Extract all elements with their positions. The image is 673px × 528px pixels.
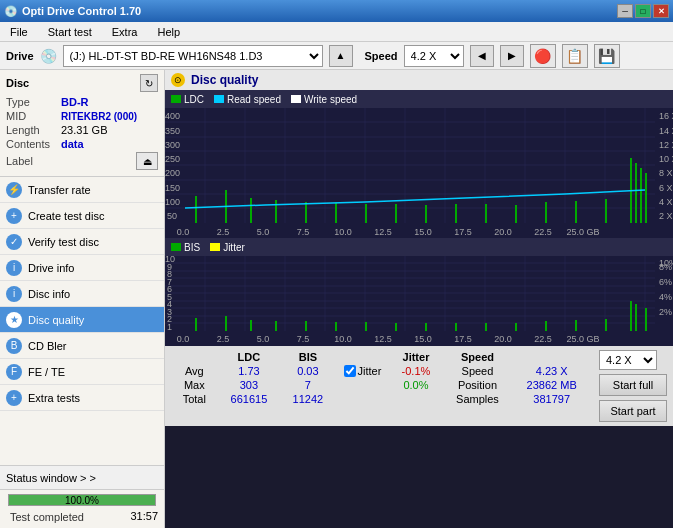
- stats-header-bis: BIS: [280, 350, 335, 364]
- speed-fwd-button[interactable]: ▶: [500, 45, 524, 67]
- transfer-rate-icon: ⚡: [6, 182, 22, 198]
- svg-text:10 X: 10 X: [659, 154, 673, 164]
- speed-label: Speed: [365, 50, 398, 62]
- top-chart-legend: LDC Read speed Write speed: [165, 90, 673, 108]
- svg-text:15.0: 15.0: [414, 334, 432, 344]
- jitter-label: Jitter: [223, 242, 245, 253]
- svg-rect-48: [545, 202, 547, 223]
- sidebar-item-disc-info[interactable]: i Disc info: [0, 281, 164, 307]
- svg-rect-105: [250, 320, 252, 331]
- svg-text:8 X: 8 X: [659, 168, 673, 178]
- stats-total-row: Total 661615 11242 Samples 381797: [171, 392, 591, 406]
- svg-text:14 X: 14 X: [659, 126, 673, 136]
- menu-file[interactable]: File: [4, 25, 34, 39]
- start-part-button[interactable]: Start part: [599, 400, 667, 422]
- stats-header-speed: Speed: [443, 350, 513, 364]
- svg-rect-118: [630, 301, 632, 331]
- svg-text:12.5: 12.5: [374, 227, 392, 237]
- drive-info-icon: i: [6, 260, 22, 276]
- svg-text:5.0: 5.0: [257, 334, 270, 344]
- menu-bar: File Start test Extra Help: [0, 22, 673, 42]
- svg-rect-50: [605, 199, 607, 223]
- svg-text:10.0: 10.0: [334, 334, 352, 344]
- sidebar-item-label: FE / TE: [28, 366, 65, 378]
- svg-rect-114: [515, 323, 517, 331]
- status-window-button[interactable]: Status window > >: [0, 466, 164, 490]
- close-button[interactable]: ✕: [653, 4, 669, 18]
- menu-help[interactable]: Help: [151, 25, 186, 39]
- svg-text:5.0: 5.0: [257, 227, 270, 237]
- svg-rect-53: [640, 168, 642, 223]
- speed-select-stats[interactable]: 4.2 X: [599, 350, 657, 370]
- disc-action-button-2[interactable]: 📋: [562, 44, 588, 68]
- stats-table-area: LDC BIS Jitter Speed Avg 1.73 0.03: [171, 350, 591, 406]
- disc-eject-button[interactable]: ⏏: [136, 152, 158, 170]
- jitter-checkbox[interactable]: [344, 365, 356, 377]
- top-chart: 400 350 300 250 200 150 100 50 16 X 14 X…: [165, 108, 673, 238]
- fe-te-icon: F: [6, 364, 22, 380]
- menu-extra[interactable]: Extra: [106, 25, 144, 39]
- disc-action-button-1[interactable]: 🔴: [530, 44, 556, 68]
- start-full-button[interactable]: Start full: [599, 374, 667, 396]
- sidebar-item-label: Verify test disc: [28, 236, 99, 248]
- status-section: Status window > > 100.0% Test completed …: [0, 465, 164, 528]
- disc-panel: Disc ↻ Type BD-R MID RITEKBR2 (000) Leng…: [0, 70, 164, 177]
- sidebar-item-fe-te[interactable]: F FE / TE: [0, 359, 164, 385]
- svg-text:22.5: 22.5: [534, 227, 552, 237]
- sidebar-item-label: Disc quality: [28, 314, 84, 326]
- disc-label-label: Label: [6, 155, 61, 167]
- svg-rect-103: [195, 318, 197, 331]
- svg-rect-120: [645, 308, 647, 331]
- sidebar-item-verify-test-disc[interactable]: ✓ Verify test disc: [0, 229, 164, 255]
- eject-button[interactable]: ▲: [329, 45, 353, 67]
- avg-speed-val: 4.23 X: [512, 364, 591, 378]
- svg-text:2.5: 2.5: [217, 227, 230, 237]
- sidebar-item-create-test-disc[interactable]: + Create test disc: [0, 203, 164, 229]
- sidebar-item-disc-quality[interactable]: ★ Disc quality: [0, 307, 164, 333]
- disc-mid-value: RITEKBR2 (000): [61, 111, 158, 122]
- samples-label: Samples: [443, 392, 513, 406]
- svg-rect-49: [575, 201, 577, 223]
- speed-back-button[interactable]: ◀: [470, 45, 494, 67]
- stats-table: LDC BIS Jitter Speed Avg 1.73 0.03: [171, 350, 591, 406]
- cd-bler-icon: B: [6, 338, 22, 354]
- svg-text:20.0: 20.0: [494, 227, 512, 237]
- sidebar-item-cd-bler[interactable]: B CD Bler: [0, 333, 164, 359]
- svg-text:12 X: 12 X: [659, 140, 673, 150]
- main-area: Disc ↻ Type BD-R MID RITEKBR2 (000) Leng…: [0, 70, 673, 528]
- sidebar-item-extra-tests[interactable]: + Extra tests: [0, 385, 164, 411]
- elapsed-time: 31:57: [130, 510, 160, 526]
- svg-text:0.0: 0.0: [177, 334, 190, 344]
- extra-tests-icon: +: [6, 390, 22, 406]
- speed-select[interactable]: 4.2 X: [404, 45, 464, 67]
- svg-text:25.0 GB: 25.0 GB: [566, 227, 599, 237]
- total-bis: 11242: [280, 392, 335, 406]
- status-window-label: Status window > >: [6, 472, 96, 484]
- maximize-button[interactable]: □: [635, 4, 651, 18]
- sidebar-item-drive-info[interactable]: i Drive info: [0, 255, 164, 281]
- svg-rect-42: [365, 204, 367, 223]
- avg-label: Avg: [171, 364, 218, 378]
- read-speed-label: Read speed: [227, 94, 281, 105]
- save-button[interactable]: 💾: [594, 44, 620, 68]
- disc-refresh-button[interactable]: ↻: [140, 74, 158, 92]
- svg-rect-44: [425, 205, 427, 223]
- svg-text:2.5: 2.5: [217, 334, 230, 344]
- disc-contents-label: Contents: [6, 138, 61, 150]
- svg-text:7.5: 7.5: [297, 334, 310, 344]
- svg-text:0.0: 0.0: [177, 227, 190, 237]
- sidebar-item-transfer-rate[interactable]: ⚡ Transfer rate: [0, 177, 164, 203]
- sidebar-item-label: Create test disc: [28, 210, 104, 222]
- svg-text:25.0 GB: 25.0 GB: [566, 334, 599, 344]
- svg-rect-43: [395, 204, 397, 223]
- svg-text:150: 150: [165, 183, 180, 193]
- minimize-button[interactable]: ─: [617, 4, 633, 18]
- menu-start-test[interactable]: Start test: [42, 25, 98, 39]
- drive-select[interactable]: (J:) HL-DT-ST BD-RE WH16NS48 1.D3: [63, 45, 323, 67]
- svg-text:300: 300: [165, 140, 180, 150]
- svg-text:400: 400: [165, 111, 180, 121]
- svg-rect-46: [485, 204, 487, 223]
- disc-length-value: 23.31 GB: [61, 124, 158, 136]
- svg-text:12.5: 12.5: [374, 334, 392, 344]
- progress-bar-container: 100.0%: [8, 494, 156, 506]
